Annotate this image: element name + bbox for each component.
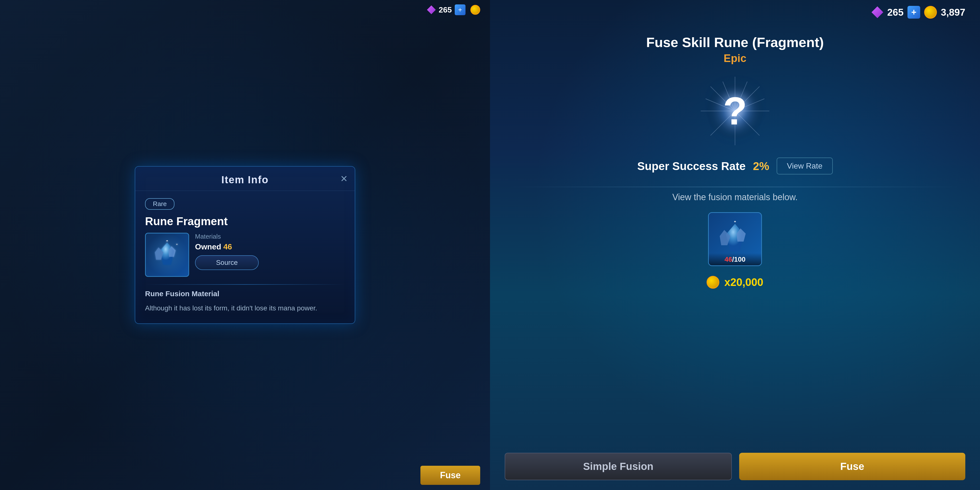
owned-label: Owned [195,242,221,251]
top-bar-left: 265 + [0,0,490,20]
close-button[interactable]: × [340,173,347,185]
crystal-icon [153,240,182,269]
super-success-value: 2% [753,159,769,173]
owned-row: Owned 46 [195,242,345,251]
left-panel: 265 + Item Info × Rare Rune Fragment [0,0,490,490]
plus-button-right[interactable]: + [907,6,920,19]
currency-display-right: 265 + 3,897 [872,6,965,19]
mystery-question: ? [723,88,747,134]
success-rate-row: Super Success Rate 2% View Rate [510,158,960,175]
divider-line [145,284,345,285]
item-icon-box [145,233,189,277]
mystery-container: ? [698,74,772,148]
coin-value-right: 3,897 [941,7,965,18]
item-info-dialog: Item Info × Rare Rune Fragment [135,166,355,324]
view-rate-button[interactable]: View Rate [776,158,833,175]
count-needed: /100 [732,256,746,263]
item-type-label: Rune Fusion Material [145,290,345,298]
item-description: Although it has lost its form, it didn't… [145,303,345,314]
plus-button-left[interactable]: + [455,5,466,15]
fuse-main-button[interactable]: Fuse [739,453,965,480]
currency-value-right: 265 [887,7,904,18]
coin-icon-left [470,5,480,15]
top-bar-right: 265 + 3,897 [490,0,980,24]
fuse-subtitle: Epic [724,52,746,64]
right-panel: 265 + 3,897 Fuse Skill Rune (Fragment) E… [490,0,980,490]
materials-label: Materials [195,233,345,240]
dialog-body: Rare Rune Fragment [135,191,355,324]
h-divider [510,187,960,187]
rarity-badge: Rare [145,198,175,210]
item-info-text: Materials Owned 46 Source [195,233,345,270]
item-details-row: Materials Owned 46 Source [145,233,345,277]
fuse-title: Fuse Skill Rune (Fragment) [646,34,824,50]
item-name: Rune Fragment [145,215,345,228]
currency-display-left: 265 + [427,5,466,15]
fragment-container: 46/100 [708,212,762,266]
count-owned: 46 [724,256,732,263]
fuse-button-small[interactable]: Fuse [420,466,480,485]
bottom-fuse-area: Fuse [0,461,490,490]
coin-icon-right [924,6,937,19]
bottom-buttons: Simple Fusion Fuse [490,453,980,490]
fragment-count-overlay: 46/100 [724,256,746,263]
simple-fusion-button[interactable]: Simple Fusion [505,453,732,480]
gold-cost-row: x20,000 [706,276,763,289]
gold-amount: x20,000 [724,276,763,288]
fusion-materials-text: View the fusion materials below. [672,192,798,202]
right-content: Fuse Skill Rune (Fragment) Epic [490,24,980,490]
source-button[interactable]: Source [195,255,259,270]
currency-value-left: 265 [439,5,452,14]
fragment-icon-large[interactable]: 46/100 [708,212,762,266]
diamond-icon-right [872,6,883,18]
dialog-header: Item Info × [135,167,355,191]
crystal-icon-large [717,221,753,258]
gold-coin-icon [706,276,719,289]
mystery-glow: ? [698,74,772,148]
diamond-icon-left [427,5,436,14]
dialog-title: Item Info [221,174,269,186]
owned-count: 46 [223,242,232,251]
super-success-label: Super Success Rate [637,159,746,173]
